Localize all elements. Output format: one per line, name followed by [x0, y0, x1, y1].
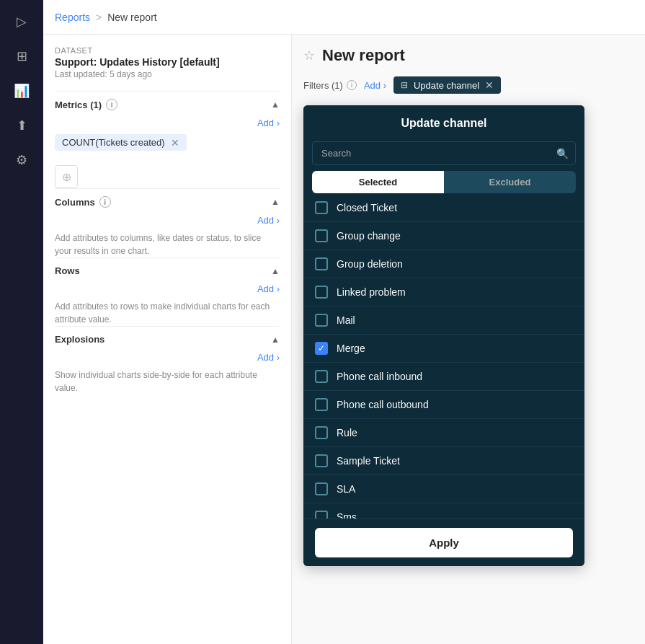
dropdown-item[interactable]: Group change	[303, 222, 584, 250]
add-filter-button[interactable]: Add ›	[364, 80, 386, 91]
logo-icon[interactable]: ▷	[7, 7, 36, 36]
breadcrumb: Reports > New report	[43, 0, 645, 35]
filter-chip-icon: ⊟	[401, 80, 408, 90]
explosions-section-header: Explosions ▲	[55, 326, 280, 352]
content-row: Dataset Support: Updates History [defaul…	[43, 35, 645, 644]
main-area: Reports > New report Dataset Support: Up…	[43, 0, 645, 644]
dropdown-item[interactable]: Phone call inbound	[303, 363, 584, 391]
dropdown-title: Update channel	[303, 105, 584, 141]
dataset-name: Support: Updates History [default]	[55, 56, 280, 68]
dropdown-item-label: Sample Ticket	[337, 455, 400, 467]
rows-title: Rows	[55, 265, 80, 276]
dropdown-item-checkbox[interactable]	[315, 454, 328, 467]
metric-chip: COUNT(Tickets created) ✕	[55, 134, 187, 151]
chart-type-icon[interactable]: ⊕	[55, 165, 78, 188]
tab-selected[interactable]: Selected	[312, 171, 444, 193]
metrics-section-header: Metrics (1) i ▲	[55, 91, 280, 118]
columns-section-header: Columns i ▲	[55, 188, 280, 215]
explosions-desc: Show individual charts side-by-side for …	[55, 369, 280, 394]
columns-info-icon[interactable]: i	[99, 196, 111, 208]
dataset-updated: Last updated: 5 days ago	[55, 69, 280, 79]
explosions-add-link[interactable]: Add ›	[55, 352, 280, 363]
dropdown-item[interactable]: Linked problem	[303, 278, 584, 306]
dropdown-item[interactable]: Mail	[303, 306, 584, 335]
dashboard-icon[interactable]: ⊞	[7, 42, 36, 71]
icon-sidebar: ▷ ⊞ 📊 ⬆ ⚙	[0, 0, 43, 644]
explosions-title: Explosions	[55, 334, 104, 345]
dropdown-item-checkbox[interactable]	[315, 398, 328, 411]
right-panel: ☆ New report Filters (1) i Add › ⊟ Updat…	[292, 35, 645, 644]
apply-button[interactable]: Apply	[315, 528, 573, 557]
chart-icon[interactable]: 📊	[7, 76, 36, 105]
dropdown-item-label: Sms	[337, 511, 357, 519]
explosions-chevron-icon[interactable]: ▲	[271, 335, 280, 345]
dropdown-item-label: Phone call outbound	[337, 399, 429, 410]
dataset-label: Dataset	[55, 46, 280, 55]
dropdown-item-checkbox[interactable]	[315, 229, 328, 242]
columns-desc: Add attributes to columns, like dates or…	[55, 231, 280, 257]
search-icon: 🔍	[556, 148, 569, 159]
breadcrumb-separator: >	[96, 12, 102, 23]
filters-info-icon[interactable]: i	[347, 80, 357, 90]
dropdown-item[interactable]: Phone call outbound	[303, 391, 584, 419]
dropdown-item-label: Linked problem	[337, 286, 406, 298]
dropdown-item-checkbox[interactable]	[315, 482, 328, 495]
apply-btn-row: Apply	[303, 519, 584, 566]
rows-desc: Add attributes to rows to make individua…	[55, 300, 280, 326]
dropdown-item[interactable]: Group deletion	[303, 250, 584, 278]
rows-section-header: Rows ▲	[55, 257, 280, 283]
dropdown-item[interactable]: Sample Ticket	[303, 447, 584, 475]
rows-chevron-icon[interactable]: ▲	[271, 266, 280, 276]
breadcrumb-current: New report	[107, 12, 156, 23]
star-icon[interactable]: ☆	[303, 48, 315, 63]
dropdown-item-checkbox[interactable]	[315, 257, 328, 270]
metrics-info-icon[interactable]: i	[106, 99, 117, 110]
left-panel: Dataset Support: Updates History [defaul…	[43, 35, 292, 644]
dropdown-item-label: Merge	[337, 343, 365, 354]
dataset-section: Dataset Support: Updates History [defaul…	[55, 46, 280, 79]
rows-add-link[interactable]: Add ›	[55, 283, 280, 294]
metrics-add-link[interactable]: Add ›	[55, 118, 280, 128]
dropdown-item-checkbox[interactable]	[315, 201, 328, 214]
dropdown-item-checkbox[interactable]	[315, 426, 328, 439]
dropdown-item[interactable]: Sms	[303, 503, 584, 519]
dropdown-item-label: Group change	[337, 230, 401, 242]
metrics-chevron-icon[interactable]: ▲	[271, 100, 280, 110]
columns-add-link[interactable]: Add ›	[55, 215, 280, 226]
dropdown-item-label: SLA	[337, 483, 355, 495]
breadcrumb-reports-link[interactable]: Reports	[55, 12, 90, 23]
dropdown-search-input[interactable]	[312, 141, 576, 165]
dropdown-item-label: Rule	[337, 427, 357, 438]
filter-chip-close[interactable]: ✕	[485, 79, 494, 91]
settings-icon[interactable]: ⚙	[7, 146, 36, 175]
report-header: ☆ New report	[303, 46, 633, 65]
dropdown-item-label: Group deletion	[337, 258, 403, 270]
dropdown-item-checkbox[interactable]	[315, 511, 328, 519]
filter-bar: Filters (1) i Add › ⊟ Update channel ✕	[303, 76, 633, 94]
filter-chip-label: Update channel	[414, 80, 479, 91]
columns-title: Columns i	[55, 196, 111, 208]
dropdown-item-checkbox[interactable]	[315, 370, 328, 383]
filters-label: Filters (1) i	[303, 80, 357, 91]
columns-chevron-icon[interactable]: ▲	[271, 197, 280, 207]
dropdown-search-container: 🔍	[312, 141, 576, 165]
upload-icon[interactable]: ⬆	[7, 111, 36, 140]
dropdown-item[interactable]: Closed Ticket	[303, 194, 584, 222]
dropdown-item[interactable]: Rule	[303, 419, 584, 447]
dropdown-item-label: Mail	[337, 314, 355, 326]
metrics-title: Metrics (1) i	[55, 99, 117, 110]
dropdown-item-label: Closed Ticket	[337, 202, 397, 213]
tab-excluded[interactable]: Excluded	[444, 171, 576, 193]
dropdown-item-label: Phone call inbound	[337, 371, 422, 382]
dropdown-item-checkbox[interactable]	[315, 342, 328, 355]
metric-chip-label: COUNT(Tickets created)	[62, 137, 165, 148]
dropdown-item-checkbox[interactable]	[315, 314, 328, 327]
tab-row: Selected Excluded	[312, 171, 576, 193]
dropdown-list: Closed TicketGroup changeGroup deletionL…	[303, 194, 584, 519]
dropdown-item[interactable]: Merge	[303, 335, 584, 363]
dropdown-item-checkbox[interactable]	[315, 286, 328, 299]
metric-chip-remove[interactable]: ✕	[171, 138, 179, 148]
filter-chip[interactable]: ⊟ Update channel ✕	[393, 76, 501, 94]
dropdown-item[interactable]: SLA	[303, 475, 584, 503]
update-channel-dropdown: Update channel 🔍 Selected Excluded Close…	[303, 105, 584, 566]
